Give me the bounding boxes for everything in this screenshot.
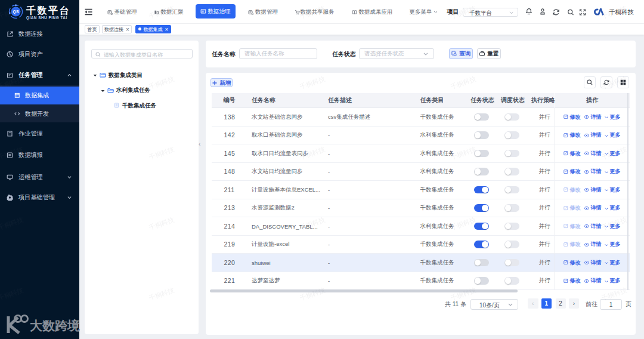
svg-text:QS: QS bbox=[13, 10, 18, 14]
